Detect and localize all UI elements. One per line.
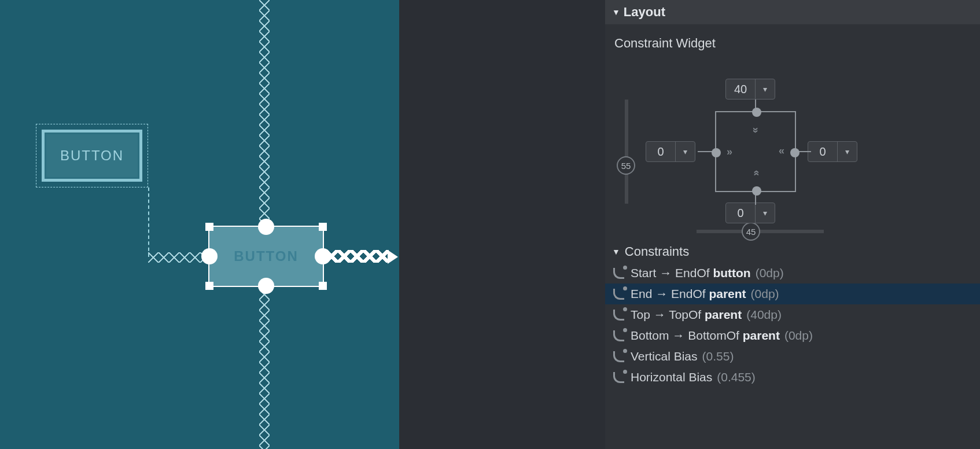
- cw-size-top-icon[interactable]: »: [750, 127, 762, 130]
- layout-section-header[interactable]: ▼ Layout: [605, 0, 980, 24]
- cw-anchor-right[interactable]: [790, 148, 800, 157]
- constraint-icon: [613, 350, 626, 363]
- constraints-section-header[interactable]: ▼ Constraints: [605, 238, 980, 263]
- constraint-value: (40dp): [746, 308, 782, 322]
- margin-bottom-field[interactable]: 0 ▾: [725, 203, 775, 223]
- button2-selected[interactable]: BUTTON: [208, 226, 324, 287]
- cw-size-bottom-icon[interactable]: »: [750, 173, 762, 176]
- constraint-row[interactable]: Start → EndOf button (0dp): [605, 263, 980, 284]
- resize-handle-bl[interactable]: [205, 282, 213, 290]
- margin-left-dropdown-icon[interactable]: ▾: [675, 142, 695, 161]
- constraint-icon: [613, 308, 626, 321]
- cw-anchor-bottom[interactable]: [752, 186, 761, 196]
- margin-top-value: 40: [726, 83, 755, 96]
- button1-label: BUTTON: [60, 148, 124, 164]
- constraint-arrow-end: [388, 250, 398, 264]
- button1[interactable]: BUTTON: [42, 130, 142, 182]
- margin-right-field[interactable]: 0 ▾: [808, 141, 857, 162]
- margin-bottom-value: 0: [726, 207, 755, 220]
- button2-label: BUTTON: [234, 248, 299, 264]
- constraint-text: Top → TopOf parent: [631, 308, 742, 322]
- constraint-value: (0dp): [756, 266, 784, 280]
- vertical-bias-value[interactable]: 55: [617, 156, 635, 175]
- constraint-icon: [613, 329, 626, 342]
- constraint-anchor-top[interactable]: [258, 219, 274, 235]
- constraint-text: Bottom → BottomOf parent: [631, 329, 780, 343]
- constraint-widget[interactable]: 55 45 40 ▾ 0 ▾ 0 ▾ 0 ▾: [605, 53, 980, 238]
- constraint-text: Vertical Bias: [631, 349, 698, 363]
- constraint-anchor-left[interactable]: [201, 248, 218, 264]
- constraints-section-title: Constraints: [625, 244, 689, 259]
- layout-section-title: Layout: [624, 5, 665, 20]
- constraints-list: Start → EndOf button (0dp)End → EndOf pa…: [605, 263, 980, 388]
- cw-stub-left: [698, 151, 713, 152]
- constraint-value: (0dp): [751, 287, 779, 301]
- constraint-row[interactable]: End → EndOf parent (0dp): [605, 284, 980, 304]
- margin-right-dropdown-icon[interactable]: ▾: [837, 142, 857, 161]
- constraint-spring-end: [325, 250, 389, 263]
- constraint-spring-vertical-bottom: [259, 289, 270, 449]
- cw-size-left-icon[interactable]: »: [727, 146, 730, 158]
- design-canvas[interactable]: BUTTON BUTTON: [0, 0, 399, 449]
- constraint-row[interactable]: Horizontal Bias (0.455): [605, 367, 980, 388]
- horizontal-bias-value[interactable]: 45: [742, 222, 760, 241]
- collapse-triangle-icon: ▼: [612, 247, 620, 256]
- resize-handle-tl[interactable]: [205, 223, 213, 231]
- margin-left-field[interactable]: 0 ▾: [646, 141, 695, 162]
- constraint-icon: [613, 371, 626, 384]
- margin-top-field[interactable]: 40 ▾: [725, 79, 775, 100]
- constraint-text: Start → EndOf button: [631, 266, 751, 280]
- constraint-anchor-bottom[interactable]: [258, 278, 274, 294]
- cw-size-right-icon[interactable]: »: [782, 146, 784, 158]
- dashed-connector-vertical: [148, 187, 149, 257]
- constraint-value: (0dp): [784, 329, 813, 343]
- horizontal-bias-slider[interactable]: [697, 230, 824, 233]
- attributes-panel: ▼ Layout Constraint Widget 55 45 40 ▾ 0 …: [605, 0, 980, 449]
- constraint-icon: [613, 267, 626, 279]
- constraint-row[interactable]: Top → TopOf parent (40dp): [605, 304, 980, 325]
- constraint-widget-box[interactable]: » » » »: [715, 111, 796, 192]
- margin-left-value: 0: [646, 145, 675, 159]
- vertical-bias-slider[interactable]: [625, 100, 628, 204]
- constraint-spring-vertical-top: [259, 0, 270, 226]
- constraint-value: (0.55): [702, 349, 734, 363]
- margin-right-value: 0: [808, 145, 837, 159]
- margin-top-dropdown-icon[interactable]: ▾: [755, 79, 775, 99]
- constraint-widget-title: Constraint Widget: [605, 24, 980, 53]
- resize-handle-tr[interactable]: [319, 223, 327, 231]
- margin-bottom-dropdown-icon[interactable]: ▾: [755, 203, 775, 223]
- constraint-icon: [613, 288, 626, 300]
- constraint-spring-start: [148, 252, 206, 263]
- constraint-text: Horizontal Bias: [631, 370, 712, 384]
- app-root: BUTTON BUTTON ▼ Layout Constraint Widget: [0, 0, 980, 449]
- constraint-text: End → EndOf parent: [631, 287, 746, 301]
- resize-handle-br[interactable]: [319, 282, 327, 290]
- cw-anchor-top[interactable]: [752, 108, 761, 117]
- constraint-row[interactable]: Vertical Bias (0.55): [605, 346, 980, 367]
- constraint-row[interactable]: Bottom → BottomOf parent (0dp): [605, 325, 980, 346]
- collapse-triangle-icon: ▼: [612, 8, 620, 17]
- constraint-value: (0.455): [717, 370, 756, 384]
- cw-anchor-left[interactable]: [712, 148, 721, 157]
